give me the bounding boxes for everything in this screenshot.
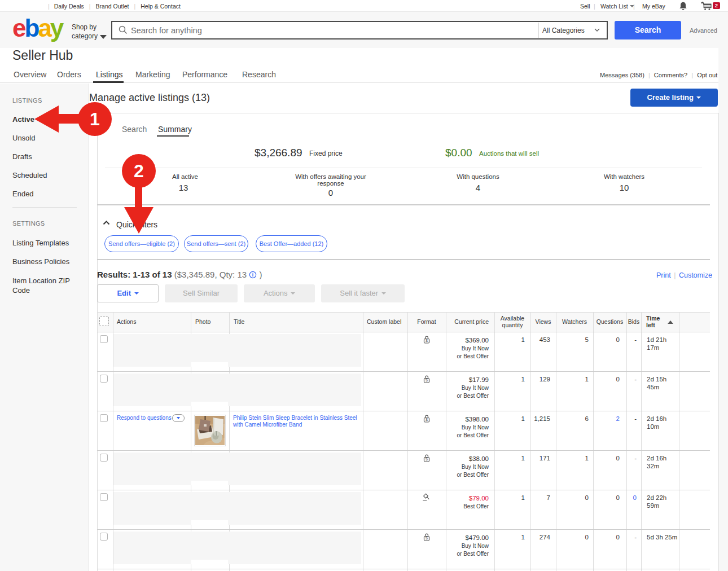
svg-text:$: $ — [426, 339, 428, 342]
svg-text:$: $ — [426, 536, 428, 540]
svg-text:$: $ — [426, 378, 428, 382]
svg-text:$: $ — [426, 418, 428, 421]
svg-text:$: $ — [426, 457, 428, 461]
